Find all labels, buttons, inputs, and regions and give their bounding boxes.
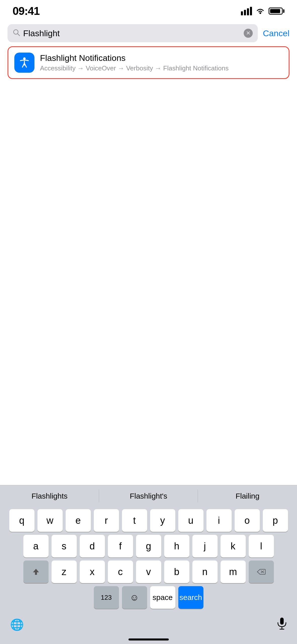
key-i[interactable]: i bbox=[206, 509, 232, 532]
result-title: Flashlight Notifications bbox=[40, 53, 283, 63]
shift-key[interactable] bbox=[23, 560, 49, 583]
key-w[interactable]: w bbox=[37, 509, 63, 532]
keyboard-row-4: 123 ☺ space search bbox=[2, 586, 295, 609]
result-breadcrumb: Accessibility → VoiceOver → Verbosity → … bbox=[40, 64, 283, 72]
accessibility-icon bbox=[14, 53, 34, 73]
search-key[interactable]: search bbox=[178, 586, 203, 609]
key-h[interactable]: h bbox=[164, 535, 189, 557]
keyboard-row-1: q w e r t y u i o p bbox=[2, 509, 295, 532]
keyboard-row-3: z x c v b n m bbox=[2, 560, 295, 583]
wifi-icon bbox=[256, 8, 265, 15]
key-m[interactable]: m bbox=[221, 560, 246, 583]
numbers-key[interactable]: 123 bbox=[94, 586, 119, 609]
key-a[interactable]: a bbox=[23, 535, 49, 557]
key-v[interactable]: v bbox=[136, 560, 161, 583]
key-n[interactable]: n bbox=[192, 560, 218, 583]
result-text: Flashlight Notifications Accessibility →… bbox=[40, 53, 283, 72]
search-input[interactable]: Flashlight bbox=[23, 28, 241, 38]
key-o[interactable]: o bbox=[235, 509, 260, 532]
home-bar bbox=[129, 638, 169, 640]
keyboard-bottom-bar: 🌐 bbox=[0, 613, 297, 636]
status-icons bbox=[241, 7, 284, 15]
key-p[interactable]: p bbox=[263, 509, 288, 532]
autocomplete-bar: Flashlights Flashlight's Flailing bbox=[0, 485, 297, 507]
key-b[interactable]: b bbox=[164, 560, 189, 583]
home-indicator bbox=[0, 636, 297, 644]
clear-search-button[interactable]: ✕ bbox=[244, 29, 253, 38]
search-result-item[interactable]: Flashlight Notifications Accessibility →… bbox=[8, 46, 289, 79]
key-d[interactable]: d bbox=[80, 535, 105, 557]
key-k[interactable]: k bbox=[221, 535, 246, 557]
search-bar[interactable]: Flashlight ✕ bbox=[8, 24, 258, 42]
keyboard-row-2: a s d f g h j k l bbox=[2, 535, 295, 557]
key-l[interactable]: l bbox=[249, 535, 274, 557]
signal-bars-icon bbox=[241, 7, 252, 15]
autocomplete-suggestion-3[interactable]: Flailing bbox=[198, 485, 297, 507]
key-g[interactable]: g bbox=[136, 535, 161, 557]
emoji-key[interactable]: ☺ bbox=[122, 586, 147, 609]
key-t[interactable]: t bbox=[122, 509, 147, 532]
keyboard: Flashlights Flashlight's Flailing q w e … bbox=[0, 485, 297, 644]
space-key[interactable]: space bbox=[150, 586, 175, 609]
backspace-key[interactable] bbox=[249, 560, 274, 583]
microphone-icon[interactable] bbox=[277, 617, 287, 632]
key-z[interactable]: z bbox=[52, 560, 77, 583]
key-f[interactable]: f bbox=[108, 535, 133, 557]
search-bar-container: Flashlight ✕ Cancel bbox=[0, 20, 297, 46]
status-bar: 09:41 bbox=[0, 0, 297, 20]
svg-line-2 bbox=[18, 34, 20, 36]
cancel-button[interactable]: Cancel bbox=[263, 28, 289, 38]
key-y[interactable]: y bbox=[150, 509, 175, 532]
svg-point-0 bbox=[260, 12, 261, 14]
key-q[interactable]: q bbox=[9, 509, 34, 532]
key-e[interactable]: e bbox=[66, 509, 91, 532]
key-j[interactable]: j bbox=[192, 535, 218, 557]
svg-point-3 bbox=[23, 57, 26, 60]
autocomplete-suggestion-2[interactable]: Flashlight's bbox=[99, 485, 198, 507]
svg-rect-6 bbox=[280, 618, 284, 625]
key-x[interactable]: x bbox=[80, 560, 105, 583]
key-s[interactable]: s bbox=[52, 535, 77, 557]
search-results: Flashlight Notifications Accessibility →… bbox=[0, 46, 297, 79]
battery-icon bbox=[269, 8, 284, 15]
status-time: 09:41 bbox=[13, 5, 40, 17]
keyboard-rows: q w e r t y u i o p a s d f g h j k l bbox=[0, 507, 297, 613]
globe-icon[interactable]: 🌐 bbox=[10, 618, 24, 631]
key-r[interactable]: r bbox=[94, 509, 119, 532]
search-icon bbox=[13, 29, 20, 38]
autocomplete-suggestion-1[interactable]: Flashlights bbox=[0, 485, 99, 507]
key-u[interactable]: u bbox=[178, 509, 203, 532]
key-c[interactable]: c bbox=[108, 560, 133, 583]
